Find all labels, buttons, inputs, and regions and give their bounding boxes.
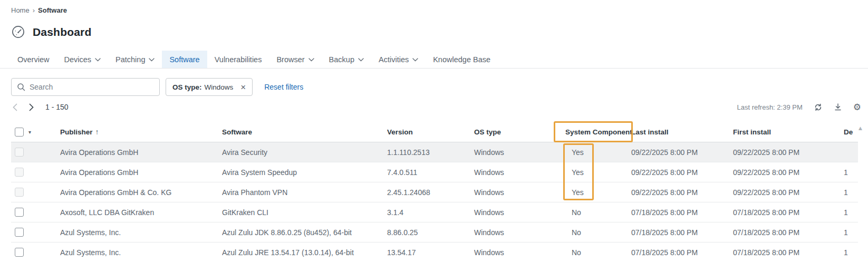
download-icon[interactable] — [834, 103, 842, 111]
tab-devices[interactable]: Devices — [56, 51, 108, 68]
gear-icon[interactable]: ⚙ — [853, 103, 861, 112]
column-header-system-component[interactable]: System Component — [565, 128, 631, 136]
breadcrumb-home-link[interactable]: Home — [11, 6, 30, 14]
cell-version: 8.86.0.25 — [387, 228, 474, 237]
row-checkbox[interactable] — [15, 228, 24, 237]
tab-label: Knowledge Base — [433, 55, 490, 64]
column-header-devices-truncated[interactable]: De — [844, 128, 858, 136]
row-checkbox[interactable] — [15, 168, 24, 177]
cell-version: 3.1.4 — [387, 208, 474, 217]
reset-filters-link[interactable]: Reset filters — [264, 83, 303, 91]
column-header-os-type[interactable]: OS type — [474, 128, 565, 136]
cell-software: Avira Phantom VPN — [222, 188, 387, 197]
cell-software: GitKraken CLI — [222, 208, 387, 217]
next-page-button[interactable] — [29, 103, 34, 111]
cell-first-install: 09/22/2025 8:00 PM — [733, 148, 844, 157]
dashboard-gauge-icon — [11, 25, 25, 39]
column-header-software[interactable]: Software — [222, 128, 387, 136]
table-row[interactable]: Avira Operations GmbH Avira Security 1.1… — [11, 142, 858, 162]
sort-ascending-icon: ↑ — [95, 128, 99, 136]
cell-devices: 1 — [844, 208, 858, 217]
cell-os-type: Windows — [474, 208, 565, 217]
pagination-range: 1 - 150 — [45, 103, 69, 111]
cell-system-component: Yes — [565, 148, 631, 157]
software-table: ▾ Publisher ↑ Software Version OS type S… — [11, 122, 858, 262]
row-checkbox[interactable] — [15, 148, 24, 157]
cell-first-install: 07/18/2025 8:00 PM — [733, 208, 844, 217]
row-checkbox[interactable] — [15, 188, 24, 197]
column-header-first-install[interactable]: First install — [733, 128, 844, 136]
filter-chip-os-type[interactable]: OS type: Windows × — [166, 78, 253, 96]
cell-last-install: 09/22/2025 8:00 PM — [631, 148, 733, 157]
cell-os-type: Windows — [474, 168, 565, 177]
tab-label: Vulnerabilities — [215, 55, 262, 64]
tab-patching[interactable]: Patching — [108, 51, 162, 68]
page-title: Dashboard — [33, 26, 92, 38]
table-row[interactable]: Axosoft, LLC DBA GitKraken GitKraken CLI… — [11, 202, 858, 222]
refresh-icon[interactable] — [814, 103, 823, 112]
chevron-down-icon — [412, 58, 418, 62]
table-row[interactable]: Avira Operations GmbH & Co. KG Avira Pha… — [11, 182, 858, 202]
cell-system-component: Yes — [565, 168, 631, 177]
tab-browser[interactable]: Browser — [269, 51, 321, 68]
column-label: Publisher — [60, 128, 93, 136]
tab-overview[interactable]: Overview — [10, 51, 56, 68]
cell-last-install: 07/18/2025 8:00 PM — [631, 208, 733, 217]
scrollbar-up-arrow-icon[interactable]: ▲ — [859, 125, 862, 131]
cell-os-type: Windows — [474, 248, 565, 257]
column-header-version[interactable]: Version — [387, 128, 474, 136]
tab-label: Devices — [64, 55, 91, 64]
cell-last-install: 09/22/2025 8:00 PM — [631, 188, 733, 197]
remove-filter-icon[interactable]: × — [240, 83, 246, 92]
cell-os-type: Windows — [474, 188, 565, 197]
cell-system-component: No — [565, 248, 631, 257]
title-bar: Dashboard — [11, 25, 92, 39]
cell-system-component: No — [565, 208, 631, 217]
search-input[interactable] — [30, 83, 154, 91]
search-box[interactable] — [11, 78, 160, 96]
column-header-publisher[interactable]: Publisher ↑ — [60, 128, 222, 136]
tab-label: Activities — [379, 55, 409, 64]
cell-devices: 1 — [844, 188, 858, 197]
tab-backup[interactable]: Backup — [322, 51, 371, 68]
selection-menu-caret-icon[interactable]: ▾ — [28, 129, 31, 135]
tab-software[interactable]: Software — [162, 51, 207, 68]
tab-knowledge-base[interactable]: Knowledge Base — [426, 51, 498, 68]
cell-publisher: Avira Operations GmbH — [60, 148, 222, 157]
tab-bar: Overview Devices Patching Software Vulne… — [0, 51, 868, 69]
cell-devices: 1 — [844, 228, 858, 237]
cell-first-install: 07/18/2025 8:00 PM — [733, 248, 844, 257]
breadcrumb: Home›Software — [11, 6, 67, 14]
table-row[interactable]: Azul Systems, Inc. Azul Zulu JRE 13.54.1… — [11, 242, 858, 262]
cell-publisher: Azul Systems, Inc. — [60, 248, 222, 257]
chevron-down-icon — [358, 58, 364, 62]
tab-label: Software — [169, 55, 199, 64]
cell-version: 13.54.17 — [387, 248, 474, 257]
filter-chip-label: OS type: — [172, 83, 202, 91]
previous-page-button[interactable] — [13, 103, 17, 111]
row-checkbox[interactable] — [15, 208, 24, 217]
cell-software: Azul Zulu JDK 8.86.0.25 (8u452), 64-bit — [222, 228, 387, 237]
cell-last-install: 07/18/2025 8:00 PM — [631, 248, 733, 257]
cell-system-component: Yes — [565, 188, 631, 197]
cell-devices: 1 — [844, 168, 858, 177]
table-row[interactable]: Avira Operations GmbH Avira System Speed… — [11, 162, 858, 182]
last-refresh-label: Last refresh: 2:39 PM — [737, 103, 802, 111]
cell-devices: 1 — [844, 248, 858, 257]
breadcrumb-current: Software — [38, 6, 67, 14]
select-all-checkbox[interactable] — [15, 128, 24, 137]
cell-first-install: 09/22/2025 8:00 PM — [733, 168, 844, 177]
column-header-last-install[interactable]: Last install — [631, 128, 733, 136]
breadcrumb-separator-icon: › — [33, 6, 35, 14]
cell-version: 1.1.110.2513 — [387, 148, 474, 157]
row-checkbox[interactable] — [15, 248, 24, 257]
chevron-down-icon — [95, 58, 101, 62]
cell-system-component: No — [565, 228, 631, 237]
tab-activities[interactable]: Activities — [371, 51, 426, 68]
table-row[interactable]: Azul Systems, Inc. Azul Zulu JDK 8.86.0.… — [11, 222, 858, 242]
tab-vulnerabilities[interactable]: Vulnerabilities — [207, 51, 269, 68]
cell-os-type: Windows — [474, 148, 565, 157]
tab-label: Overview — [17, 55, 49, 64]
cell-software: Avira Security — [222, 148, 387, 157]
cell-first-install: 07/18/2025 8:00 PM — [733, 228, 844, 237]
